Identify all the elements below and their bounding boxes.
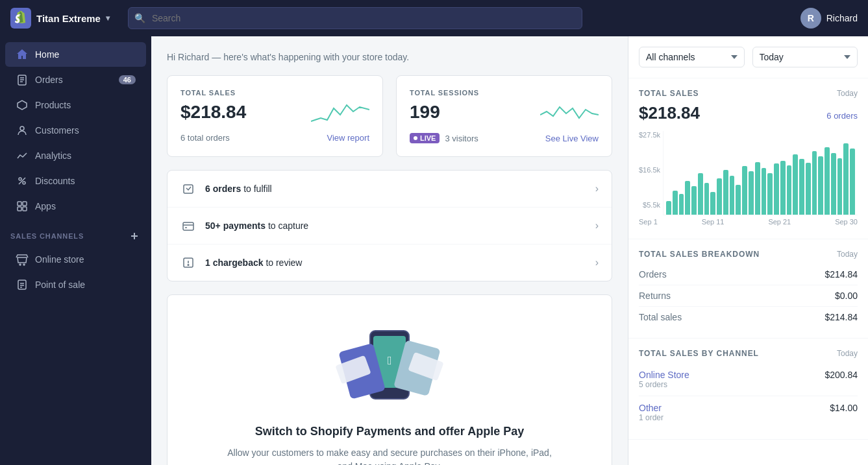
welcome-text: Hi Richard — here's what's happening wit… [167,52,612,62]
channel-items: Online Store 5 orders $200.84 Other 1 or… [639,363,858,429]
sidebar-item-products[interactable]: Products [5,93,146,117]
sidebar-item-analytics[interactable]: Analytics [5,143,146,168]
bar-col [818,156,823,215]
bar [831,153,836,215]
panel-total-sales-header: TOTAL SALES Today [639,89,858,98]
main-content: Hi Richard — here's what's happening wit… [151,36,628,465]
bar [704,183,710,215]
search-icon: 🔍 [134,13,145,23]
panel-orders-count: 6 orders [826,111,858,121]
total-sessions-chart [540,95,599,130]
bar-col [825,147,830,215]
panel-by-channel-time: Today [837,349,858,358]
chart-container: $27.5k $16.5k $5.5k [639,131,858,215]
chart-x-labels: Sep 1 Sep 11 Sep 21 Sep 30 [639,215,858,228]
sidebar-item-customers[interactable]: Customers [5,118,146,143]
action-item-chargeback[interactable]: 1 chargeback to review › [167,244,612,281]
channel-value: $200.84 [825,370,858,380]
svg-text::  [388,354,392,367]
bar-col [799,159,804,215]
bar [818,156,823,215]
sidebar-pos-label: Point of sale [35,280,85,290]
view-report-link[interactable]: View report [327,133,369,143]
bar [780,161,786,215]
sidebar-analytics-label: Analytics [35,150,71,161]
bar [673,191,678,215]
channel-name[interactable]: Online Store [639,370,689,380]
bar-col [837,158,843,215]
search-input[interactable] [128,7,582,29]
channel-item: Other 1 order $14.00 [639,396,858,429]
discounts-icon [16,174,29,187]
right-panel: All channels Today TOTAL SALES Today $21… [628,36,868,465]
bar-col [843,143,849,215]
svg-line-8 [19,178,25,184]
bar [723,170,728,215]
chargeback-icon [180,255,196,270]
bar-col [685,181,690,215]
bar [762,168,767,215]
breakdown-rows: Orders$214.84Returns$0.00Total sales$214… [639,264,858,328]
top-nav: Titan Extreme ▾ 🔍 R Richard [0,0,868,36]
time-select[interactable]: Today [752,47,858,67]
apps-icon [16,200,29,213]
channel-value: $14.00 [830,403,858,413]
panel-breakdown: TOTAL SALES BREAKDOWN Today Orders$214.8… [628,239,868,339]
sidebar-item-home[interactable]: Home [5,42,146,67]
bar [850,149,855,215]
promo-image:  [318,321,461,412]
online-store-icon [16,253,29,266]
bar [710,192,715,215]
panel-chart: $27.5k $16.5k $5.5k Sep 1 Sep 11 Sep 21 … [639,131,858,228]
action-item-payments[interactable]: 50+ payments to capture › [167,208,612,244]
channel-name[interactable]: Other [639,403,663,413]
store-name: Titan Extreme [36,13,101,24]
store-chevron-icon: ▾ [106,14,110,23]
sidebar-item-apps[interactable]: Apps [5,194,146,219]
bar-col [666,201,671,215]
bar [837,158,843,215]
sidebar-item-discounts[interactable]: Discounts [5,169,146,193]
promo-title: Switch to Shopify Payments and offer App… [180,425,599,438]
live-badge: LIVE [410,133,440,143]
analytics-icon [16,149,29,162]
bar [742,166,747,215]
orders-icon [16,73,29,86]
avatar[interactable]: R [800,8,821,29]
panel-total-sales-time: Today [837,89,858,98]
sidebar-item-orders[interactable]: Orders 46 [5,67,146,92]
svg-rect-12 [23,207,27,211]
bar [825,147,830,215]
visitors-row: LIVE 3 visitors [410,133,478,143]
panel-by-channel: TOTAL SALES BY CHANNEL Today Online Stor… [628,339,868,440]
bar-col [710,192,715,215]
visitors-count: 3 visitors [445,134,478,143]
bar [755,162,760,215]
sidebar-item-online-store[interactable]: Online store [5,247,146,272]
channel-select[interactable]: All channels [639,47,745,67]
payments-text: 50+ payments to capture [205,221,586,231]
nav-right: R Richard [800,8,858,29]
svg-rect-17 [18,280,26,289]
sidebar-products-label: Products [35,100,71,110]
action-item-fulfill[interactable]: 6 orders to fulfill › [167,171,612,208]
orders-badge: 46 [119,75,136,84]
sidebar-apps-label: Apps [35,201,56,211]
store-logo[interactable]: Titan Extreme ▾ [10,8,110,29]
chargeback-text: 1 chargeback to review [205,257,586,268]
sidebar: Home Orders 46 Products Customers Anal [0,36,151,465]
action-cards: 6 orders to fulfill › 50+ payments to ca… [167,170,612,281]
channel-orders: 1 order [639,413,663,422]
bar [685,181,690,215]
total-sessions-card: TOTAL SESSIONS 199 LIVE 3 visitors See L… [396,75,612,157]
sidebar-item-pos[interactable]: Point of sale [5,272,146,297]
total-sales-card: TOTAL SALES $218.84 6 total orders View … [167,75,383,157]
add-channel-icon[interactable] [128,230,141,243]
orders-link[interactable]: 6 orders [826,111,858,121]
pos-icon [16,278,29,291]
bar [812,151,817,215]
live-view-link[interactable]: See Live View [545,134,599,143]
svg-point-15 [19,264,21,265]
bar-col [704,183,710,215]
bar-col [673,191,678,215]
